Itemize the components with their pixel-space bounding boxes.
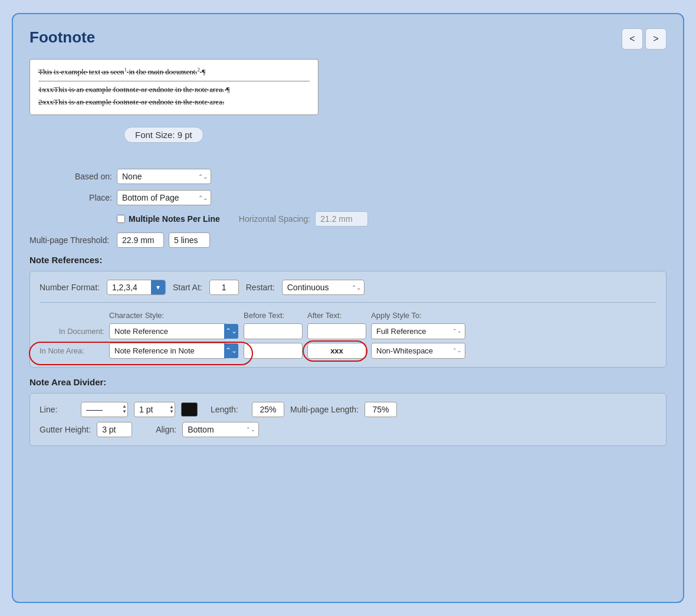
preview-box: This is example text as seen1 in the mai… — [29, 59, 319, 115]
col-header-char-style: Character Style: — [109, 311, 239, 320]
restart-select[interactable]: Continuous Per Page Per Section — [282, 280, 365, 295]
h-spacing-label: Horizontal Spacing: — [239, 214, 310, 224]
line-label: Line: — [40, 405, 75, 414]
dialog-title: Footnote — [29, 28, 95, 47]
multipage-label: Multi-page Threshold: — [29, 235, 112, 245]
multipage-length-label: Multi-page Length: — [290, 405, 359, 414]
gutter-label: Gutter Height: — [40, 425, 91, 434]
preview-line3: 2xxxThis is an example footnote or endno… — [38, 96, 310, 109]
align-label: Align: — [156, 425, 176, 434]
in-note-area-row: In Note Area: — [40, 345, 104, 356]
preview-line2: 1xxxThis is an example footnote or endno… — [38, 84, 310, 96]
align-select[interactable]: Bottom Top Center — [182, 422, 259, 437]
multipage-value1[interactable] — [117, 232, 164, 248]
based-on-select-wrapper: None Default Custom — [117, 169, 211, 184]
nav-buttons: < > — [622, 28, 667, 50]
place-select-wrapper: Bottom of Page Below Text End of Section… — [117, 190, 211, 205]
in-document-before-text[interactable] — [244, 323, 303, 339]
in-document-after-text[interactable] — [307, 323, 366, 339]
multiple-notes-row: Multiple Notes Per Line Horizontal Spaci… — [29, 211, 667, 227]
multipage-value2[interactable] — [169, 232, 210, 248]
refs-grid: Character Style: Before Text: After Text… — [40, 311, 656, 359]
in-note-area-after-text-wrapper — [307, 343, 366, 359]
line-row: Line: —— – – None ▲ ▼ 1 pt 0.5 pt — [40, 402, 656, 417]
place-label: Place: — [29, 193, 112, 202]
place-row: Place: Bottom of Page Below Text End of … — [29, 190, 667, 205]
in-note-area-after-text[interactable] — [307, 343, 366, 359]
prev-button[interactable]: < — [622, 28, 643, 50]
divider-header: Note Area Divider: — [29, 377, 667, 387]
multipage-row: Multi-page Threshold: — [29, 232, 667, 248]
multipage-length-input[interactable] — [365, 402, 397, 417]
color-swatch[interactable] — [181, 402, 198, 417]
multiple-notes-label[interactable]: Multiple Notes Per Line — [117, 214, 220, 224]
length-input[interactable] — [252, 402, 284, 417]
gutter-row: Gutter Height: Align: Bottom Top Center — [40, 422, 656, 437]
in-document-label: In Document: — [40, 327, 104, 336]
restart-label: Restart: — [246, 283, 275, 292]
restart-select-wrapper: Continuous Per Page Per Section — [282, 280, 365, 295]
number-format-label: Number Format: — [40, 283, 100, 292]
gutter-input[interactable] — [97, 422, 132, 437]
based-on-label: Based on: — [29, 172, 112, 181]
in-document-apply-style-wrapper: Full Reference Number Only — [371, 323, 465, 339]
font-size-badge: Font Size: 9 pt — [124, 127, 203, 143]
start-at-input[interactable] — [209, 280, 239, 295]
in-note-area-char-style-wrapper: Note Reference in Note Default ⌃⌄ — [109, 343, 239, 359]
col-header-after-text: After Text: — [307, 311, 366, 320]
number-format-select[interactable]: 1,2,3,4 i,ii,iii a,b,c — [107, 280, 166, 295]
line-select-wrapper: —— – – None ▲ ▼ — [81, 402, 128, 417]
pt-select-wrapper: 1 pt 0.5 pt 2 pt ▲ ▼ — [134, 402, 175, 417]
dialog-header: Footnote < > — [29, 28, 667, 50]
next-button[interactable]: > — [645, 28, 667, 50]
in-note-area-apply-style-select[interactable]: Non-Whitespace Full Reference — [371, 343, 465, 359]
h-spacing-input[interactable] — [315, 211, 368, 227]
pt-arrow: ▲ ▼ — [169, 405, 174, 414]
in-document-apply-style-select[interactable]: Full Reference Number Only — [371, 323, 465, 339]
footnote-dialog: Footnote < > This is example text as see… — [12, 13, 684, 603]
in-document-char-style-select[interactable]: Note Reference Default — [109, 323, 227, 339]
note-references-header: Note References: — [29, 255, 667, 265]
preview-line1: This is example text as seen1 in the mai… — [38, 65, 310, 78]
in-note-area-before-text[interactable] — [244, 343, 303, 359]
in-note-area-apply-style-wrapper: Non-Whitespace Full Reference — [371, 343, 465, 359]
multiple-notes-checkbox[interactable] — [117, 215, 125, 223]
number-format-select-wrapper: 1,2,3,4 i,ii,iii a,b,c ▾ — [107, 280, 166, 295]
in-document-char-style-wrapper: Note Reference Default ⌃⌄ — [109, 323, 239, 339]
align-select-wrapper: Bottom Top Center — [182, 422, 259, 437]
in-note-area-label: In Note Area: — [40, 346, 84, 355]
divider-box: Line: —— – – None ▲ ▼ 1 pt 0.5 pt — [29, 393, 667, 446]
number-format-row: Number Format: 1,2,3,4 i,ii,iii a,b,c ▾ … — [40, 280, 656, 303]
col-header-before-text: Before Text: — [244, 311, 303, 320]
start-at-label: Start At: — [173, 283, 202, 292]
place-select[interactable]: Bottom of Page Below Text End of Section… — [117, 190, 211, 205]
length-label: Length: — [211, 405, 246, 414]
note-refs-box: Number Format: 1,2,3,4 i,ii,iii a,b,c ▾ … — [29, 271, 667, 368]
divider-section: Note Area Divider: Line: —— – – None ▲ ▼ — [29, 377, 667, 446]
based-on-row: Based on: None Default Custom — [29, 169, 667, 184]
in-note-area-char-style-select[interactable]: Note Reference in Note Default — [109, 343, 227, 359]
based-on-select[interactable]: None Default Custom — [117, 169, 211, 184]
line-select[interactable]: —— – – None — [81, 402, 128, 417]
col-header-apply-style: Apply Style To: — [371, 311, 465, 320]
